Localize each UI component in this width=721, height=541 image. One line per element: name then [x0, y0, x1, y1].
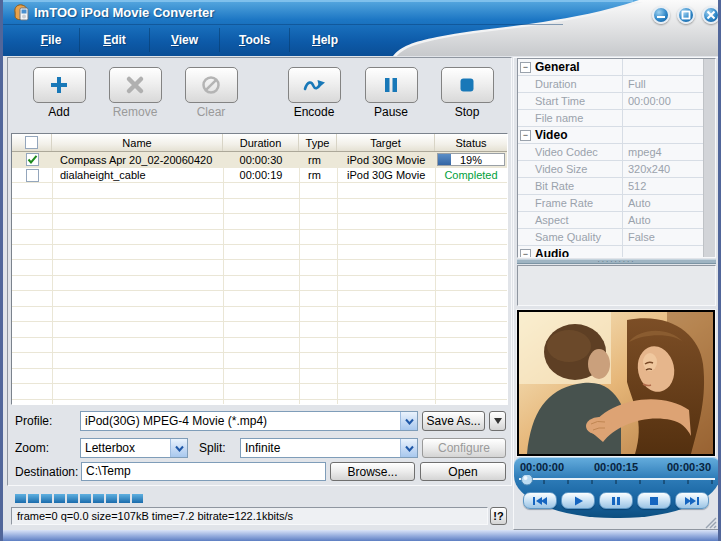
stop-button[interactable]	[441, 67, 494, 103]
time-start: 00:00:00	[520, 461, 564, 473]
remove-label: Remove	[100, 105, 170, 119]
profile-label: Profile:	[15, 414, 52, 428]
clear-label: Clear	[176, 105, 246, 119]
clear-button[interactable]	[185, 67, 238, 103]
browse-button[interactable]: Browse...	[330, 462, 415, 481]
progress-block	[41, 494, 52, 503]
encode-label: Encode	[279, 105, 349, 119]
minimize-button[interactable]	[652, 6, 670, 24]
pause-button[interactable]	[365, 67, 418, 103]
overall-progress-blocks	[15, 494, 143, 503]
pause-icon	[608, 496, 624, 506]
zoom-dropdown-button[interactable]	[170, 439, 187, 457]
column-header-type[interactable]: Type	[299, 134, 337, 151]
seek-slider[interactable]	[514, 475, 720, 489]
status-bar: frame=0 q=0.0 size=107kB time=7.2 bitrat…	[11, 507, 488, 525]
grid-line	[299, 152, 300, 404]
progress-block	[93, 494, 104, 503]
column-header-target[interactable]: Target	[337, 134, 435, 151]
destination-label: Destination:	[15, 465, 78, 479]
column-header-duration[interactable]: Duration	[223, 134, 299, 151]
zoom-label: Zoom:	[15, 441, 49, 455]
zoom-select[interactable]: Letterbox	[80, 438, 188, 458]
destination-input[interactable]: C:\Temp	[81, 462, 326, 481]
cross-icon	[125, 75, 145, 95]
column-header-name[interactable]: Name	[52, 134, 223, 151]
collapse-box[interactable]: −	[520, 62, 531, 73]
close-button[interactable]	[702, 6, 720, 24]
property-row: Frame RateAuto	[518, 195, 715, 212]
select-all-header[interactable]	[12, 134, 52, 151]
property-row: Same QualityFalse	[518, 229, 715, 246]
zoom-value: Letterbox	[81, 441, 170, 455]
time-end: 00:00:30	[667, 461, 711, 473]
menu-tools[interactable]: Tools	[220, 28, 290, 52]
panel-splitter[interactable]: .........	[517, 259, 716, 264]
row-1-checkbox[interactable]	[26, 153, 39, 166]
stop-playback-button[interactable]	[637, 492, 671, 509]
row-2-target: iPod 30G Movie	[337, 169, 435, 181]
triangle-down-icon	[494, 418, 502, 424]
row-2-checkbox[interactable]	[26, 169, 39, 182]
profile-value: iPod(30G) MPEG-4 Movie (*.mp4)	[81, 414, 400, 428]
menu-edit[interactable]: Edit	[80, 28, 150, 52]
row-2-type: rm	[299, 169, 337, 181]
help-button[interactable]: !?	[490, 507, 507, 525]
chevron-down-icon	[175, 445, 184, 452]
row-2-name: dialaheight_cable	[52, 169, 223, 181]
pause-playback-button[interactable]	[599, 492, 633, 509]
split-label: Split:	[199, 441, 226, 455]
menu-view[interactable]: View	[150, 28, 220, 52]
app-window: ImTOO iPod Movie Converter File Edit Vie…	[0, 0, 721, 541]
maximize-button[interactable]	[677, 6, 695, 24]
stop-icon	[646, 496, 662, 506]
split-value: Infinite	[241, 441, 400, 455]
save-as-button[interactable]: Save As...	[422, 411, 485, 431]
menu-help[interactable]: Help	[290, 28, 360, 52]
play-button[interactable]	[561, 492, 595, 509]
queue-row-2[interactable]: dialaheight_cable 00:00:19 rm iPod 30G M…	[12, 168, 507, 184]
toolbar-encode-group: Encode	[279, 67, 349, 119]
profile-select[interactable]: iPod(30G) MPEG-4 Movie (*.mp4)	[80, 411, 418, 431]
menu-file[interactable]: File	[23, 28, 80, 52]
prohibited-icon	[201, 75, 221, 95]
row-1-name: Compass Apr 20_02-20060420	[52, 154, 223, 166]
open-button[interactable]: Open	[420, 462, 506, 481]
status-text: frame=0 q=0.0 size=107kB time=7.2 bitrat…	[17, 510, 293, 522]
encode-button[interactable]	[288, 67, 341, 103]
stop-label: Stop	[432, 105, 502, 119]
collapse-box[interactable]: −	[520, 130, 531, 141]
profile-dropdown-button[interactable]	[400, 412, 417, 430]
collapse-box[interactable]: −	[520, 249, 531, 258]
property-row: Video Size320x240	[518, 161, 715, 178]
add-button[interactable]	[33, 67, 86, 103]
remove-button[interactable]	[109, 67, 162, 103]
progress-block	[119, 494, 130, 503]
grid-line	[223, 152, 224, 404]
queue-row-1[interactable]: Compass Apr 20_02-20060420 00:00:30 rm i…	[12, 152, 507, 168]
chevron-down-icon	[405, 445, 414, 452]
property-row: AspectAuto	[518, 212, 715, 229]
header: ImTOO iPod Movie Converter File Edit Vie…	[3, 0, 721, 56]
configure-button[interactable]: Configure	[422, 438, 506, 458]
next-button[interactable]	[675, 492, 709, 509]
resize-grip[interactable]	[703, 515, 717, 529]
progress-block	[67, 494, 78, 503]
seek-thumb[interactable]	[522, 475, 533, 485]
grid-line	[52, 152, 53, 404]
column-header-status[interactable]: Status	[435, 134, 507, 151]
previous-button[interactable]	[523, 492, 557, 509]
encode-arrow-icon	[302, 75, 326, 95]
row-2-status: Completed	[435, 169, 507, 181]
row-1-progress-bar: 19%	[437, 153, 505, 166]
skip-forward-icon	[684, 496, 700, 506]
property-category: −General	[518, 59, 715, 76]
chevron-down-icon	[405, 418, 414, 425]
toolbar-pause-group: Pause	[356, 67, 426, 119]
split-dropdown-button[interactable]	[400, 439, 417, 457]
row-1-type: rm	[299, 154, 337, 166]
split-select[interactable]: Infinite	[240, 438, 418, 458]
save-as-menu-button[interactable]	[489, 411, 506, 431]
select-all-checkbox[interactable]	[25, 136, 38, 149]
property-grid-scrollbar[interactable]	[703, 59, 715, 257]
